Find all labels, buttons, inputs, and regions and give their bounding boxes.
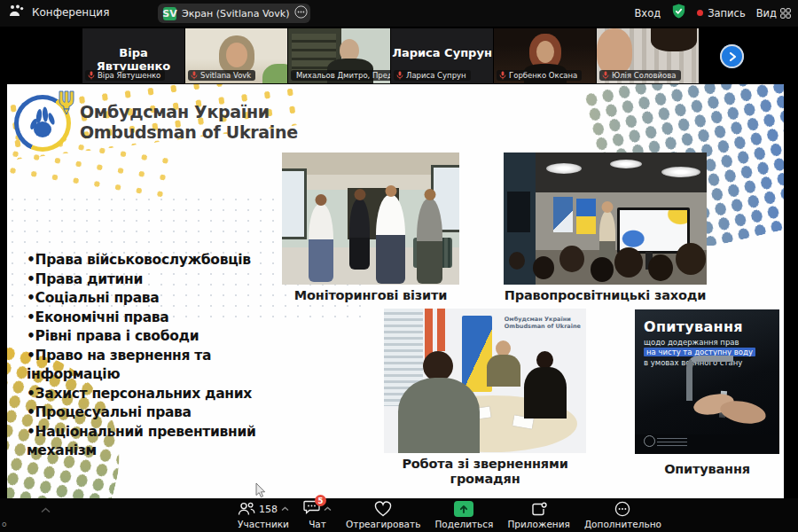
ukraine-flag [576,199,596,234]
bullet-item: •Рівні права і свободи [27,327,309,347]
active-share-pill[interactable]: SV Экран (Svitlana Vovk) [158,4,310,23]
conference-icon [9,4,24,20]
meeting-toolbar: о 158 Участники 5 Чат [0,498,798,532]
participant-tile[interactable]: Svitlana Vovk [185,28,287,83]
participants-button[interactable]: 158 Участники [238,501,289,529]
muted-mic-icon [88,71,95,80]
bullet-item: •Соціальні права [27,289,309,309]
muted-mic-icon [602,71,609,80]
react-label: Отреагировать [346,519,420,529]
blue-flag [553,197,573,232]
more-label: Дополнительно [584,519,661,529]
participant-display-name: Віра Явтушенко [82,46,184,73]
slide-title-en: Ombudsman of Ukraine [80,122,298,143]
security-shield-icon[interactable] [671,4,686,22]
poster-title: Опитування [644,318,743,335]
bullet-item: •Право на звернення та інформацію [27,347,309,385]
clipped-edge-text: о [2,520,7,528]
meeting-top-bar: Конференция SV Экран (Svitlana Vovk) Вхо… [0,0,798,27]
record-dot-icon [697,10,703,16]
photo-caption: Моніторингові візити [282,288,459,303]
participants-count: 158 [259,504,278,515]
share-screen-button[interactable]: Поделиться [434,501,493,529]
participant-tile[interactable]: Юлія Соловйова [597,28,699,83]
participant-tile[interactable]: Горбенко Оксана [494,28,596,83]
mouse-cursor [255,483,266,498]
chevron-right-icon [728,51,737,62]
more-button[interactable]: Дополнительно [584,501,661,529]
bullet-item: •Національний превентивний механізм [27,423,309,461]
bullet-item: •Захист персональних даних [27,385,309,404]
photo-caption: Правопросвітницькі заходи [504,288,707,303]
bullet-item: •Права дитини [27,270,309,290]
rights-bullet-list: •Права військовослужбовців •Права дитини… [27,251,309,461]
participant-display-name: Лариса Супрун [391,46,493,59]
more-ellipsis-icon [614,501,630,517]
bullet-item: •Економічні права [27,309,309,328]
trident-icon [57,90,76,120]
participant-name-label: Svitlana Vovk [188,70,255,81]
photo-citizen-appeals-meeting: Омбудсман України Ombudsman of Ukraine [384,309,586,453]
participant-tile[interactable]: Лариса Супрун Лариса Супрун [391,28,493,83]
muted-mic-icon [191,71,198,80]
conference-label: Конференция [32,6,109,19]
photo-caption: Опитування [635,462,779,477]
heart-icon [374,501,392,517]
poster-line: щодо додержання прав [644,338,739,348]
apps-button[interactable]: Приложения [507,501,569,529]
share-up-arrow-icon [458,504,469,514]
bullet-item: •Права військовослужбовців [27,251,309,270]
recording-indicator[interactable]: Запись [697,7,746,20]
participant-name-label: Юлія Соловйова [599,70,681,81]
view-button[interactable]: Вид [756,7,791,20]
participants-label: Участники [238,519,289,529]
muted-mic-icon [499,71,506,80]
chat-button[interactable]: 5 Чат [303,501,332,529]
apps-label: Приложения [507,519,569,529]
poster-logo-icon [644,435,655,447]
photo-monitoring-visit [282,153,459,285]
chat-unread-badge: 5 [315,495,326,506]
photo-legal-education-event [504,153,707,285]
muted-mic-icon [396,71,403,80]
participants-icon [238,502,255,516]
share-label: Поделиться [434,519,493,529]
shared-screen-slide: Омбудсман України Ombudsman of Ukraine •… [7,84,784,498]
zoom-meeting-window: Конференция SV Экран (Svitlana Vovk) Вхо… [0,0,798,532]
participant-name-label: Горбенко Оксана [497,70,582,81]
participant-tile[interactable]: Віра Явтушенко Віра Явтушенко [82,28,184,83]
react-button[interactable]: Отреагировать [346,501,420,529]
hand-icon [27,106,58,140]
slide-title: Омбудсман України Ombudsman of Ukraine [80,102,298,143]
photo-caption: Робота зі зверненнями громадян [384,457,586,487]
next-participants-button[interactable] [720,44,744,68]
signin-button[interactable]: Вход [634,7,661,20]
bullet-item: •Процесуальні права [27,403,309,423]
view-label: Вид [756,7,777,20]
participant-name-label: Лариса Супрун [394,70,471,81]
share-options-icon[interactable] [294,5,308,21]
photo-survey-poster: Опитування щодо додержання прав на чисту… [635,309,779,454]
participant-tile-active-speaker[interactable]: Михальов Дмитро, Предс... [288,28,390,83]
apps-icon [531,502,547,517]
participant-name-label: Михальов Дмитро, Предс... [291,70,390,81]
chat-label: Чат [309,519,326,529]
shared-screen-title: Экран (Svitlana Vovk) [182,8,289,20]
sharer-initials-badge: SV [163,7,176,20]
slide-title-uk: Омбудсман України [80,102,298,122]
chevron-up-icon [281,506,289,512]
grid-view-icon [780,8,791,19]
chevron-up-icon [324,506,332,512]
participant-name-label: Віра Явтушенко [85,70,165,81]
chevron-up-icon [41,507,51,513]
participant-filmstrip: Віра Явтушенко Віра Явтушенко Svitlana V… [0,27,798,84]
record-label: Запись [708,7,746,20]
